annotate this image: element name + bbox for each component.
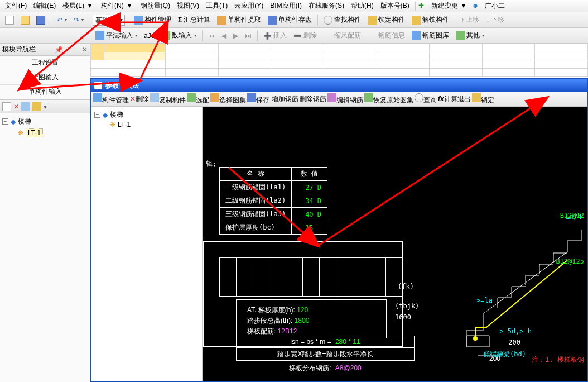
- open-file-button[interactable]: [18, 13, 32, 27]
- rebar-info-button[interactable]: 钢筋信息: [365, 28, 408, 42]
- param-row-label: 二级钢筋锚固(la2): [220, 194, 292, 208]
- collapse-icon[interactable]: −: [2, 118, 8, 125]
- search-icon: [324, 16, 332, 25]
- undo-icon: ↶: [57, 16, 62, 24]
- sum-calc-button[interactable]: Σ汇总计算: [175, 13, 213, 27]
- dropdown-icon[interactable]: ▾: [128, 2, 137, 11]
- svg-point-0: [474, 337, 477, 340]
- cad-viewport[interactable]: 辑; 名 称数 值 一级钢筋锚固(la1)27 D 二级钢筋锚固(la2)34 …: [203, 107, 587, 381]
- menu-view[interactable]: 视图(V): [174, 0, 202, 12]
- close-panel-button[interactable]: ✕: [82, 46, 88, 54]
- undo-button[interactable]: ↶▾: [54, 14, 70, 26]
- move-down-button[interactable]: ↓下移: [483, 13, 507, 27]
- toolbar-main-1: 基础层 构件管理 Σ汇总计算 单构件提取 单构件存盘 查找构件 锁定构件 解锁构…: [90, 12, 588, 28]
- param-header-name: 名 称: [220, 168, 292, 181]
- single-extract-button[interactable]: 单构件提取: [214, 13, 264, 27]
- mini-paste-icon[interactable]: [32, 102, 41, 111]
- nav-next-button[interactable]: ▶: [230, 30, 241, 42]
- tree-root[interactable]: − ◆ 楼梯: [2, 116, 88, 127]
- stair-text-block: AT. 梯板厚度(h): 120 踏步段总高(th): 1800 梯板配筋: 1…: [247, 305, 309, 337]
- ale-button[interactable]: aJe: [141, 30, 157, 42]
- win-calc-exit-button[interactable]: fx计算退出: [438, 94, 471, 104]
- gla-label: >=la: [476, 297, 493, 304]
- menu-component[interactable]: 构件(N): [98, 0, 127, 12]
- nav-project-setting[interactable]: 工程设置: [0, 56, 90, 70]
- wtree-root[interactable]: − ◆ 楼梯: [94, 110, 199, 120]
- menu-online[interactable]: 在线服务(S): [306, 0, 347, 12]
- win-choose-atlas-button[interactable]: 选择图集: [210, 93, 246, 105]
- win-edit-rebar-button[interactable]: 编辑钢筋: [327, 93, 363, 105]
- delete-icon: ➖: [293, 32, 302, 40]
- menu-bim[interactable]: BIM应用(I): [267, 0, 305, 12]
- mini-copy-icon[interactable]: [21, 102, 30, 111]
- tree-child[interactable]: ❋ LT-1: [18, 127, 88, 139]
- param-header-value: 数 值: [292, 168, 327, 181]
- param-row-value: 15: [292, 221, 327, 235]
- menu-cloud[interactable]: 云应用(Y): [232, 0, 266, 12]
- toolbar-main-2: 平法输入▾ aJe 数输入▾ ⏮ ◀ ▶ ⏭ ➕插入 ➖删除 缩尺配筋 钢筋信息…: [90, 28, 588, 44]
- scale-rebar-button[interactable]: 缩尺配筋: [321, 28, 364, 42]
- menu-help[interactable]: 帮助(H): [348, 0, 377, 12]
- nav-draw-input[interactable]: 绘图输入: [0, 70, 90, 85]
- new-file-button[interactable]: [2, 13, 17, 27]
- dropdown-icon[interactable]: ▾: [462, 2, 471, 11]
- pingfa-input-button[interactable]: 平法输入▾: [93, 28, 140, 42]
- pin-icon[interactable]: 📌: [55, 46, 63, 54]
- insert-button[interactable]: ➕插入: [261, 28, 290, 42]
- win-add-rebar-button[interactable]: 增加钢筋: [272, 94, 298, 104]
- menu-file[interactable]: 文件(F): [2, 0, 30, 12]
- left-tree: − ◆ 楼梯 ❋ LT-1: [0, 113, 90, 141]
- b120125-label: B12@125: [556, 257, 584, 265]
- mini-new-icon[interactable]: [2, 102, 11, 111]
- window-titlebar[interactable]: 参数输入法: [91, 79, 587, 92]
- menu-edit[interactable]: 编辑(E): [31, 0, 59, 12]
- menu-newchange[interactable]: 新建变更: [428, 0, 461, 12]
- dim-tbjk: (tbjk): [395, 302, 419, 310]
- param-input-window: 参数输入法 构件管理 ✕删除 复制构件 选配 选择图集 保存 增加钢筋 删除钢筋…: [90, 78, 588, 382]
- win-del-rebar-button[interactable]: 删除钢筋: [300, 94, 326, 104]
- save-file-button[interactable]: [33, 13, 48, 27]
- window-tree: − ◆ 楼梯 ❋ LT-1: [91, 107, 203, 381]
- input-method-button[interactable]: 数输入▾: [158, 28, 199, 42]
- wtree-child[interactable]: ❋ LT-1: [110, 121, 199, 128]
- mini-delete-icon[interactable]: ✕: [13, 103, 19, 111]
- rebar-lib-button[interactable]: 钢筋图库: [409, 28, 452, 42]
- grid-table[interactable]: [90, 44, 588, 77]
- win-copy-component-button[interactable]: 复制构件: [150, 93, 186, 105]
- other-button[interactable]: 其他▾: [453, 28, 487, 42]
- assistant-icon[interactable]: ☻: [472, 2, 481, 11]
- tread-formula-box: 踏步宽X踏步数=踏步段水平净长: [236, 348, 415, 361]
- find-component-button[interactable]: 查找构件: [321, 13, 364, 27]
- menu-floor[interactable]: 楼层(L): [60, 0, 87, 12]
- dim-lsn-box: lsn = bs * m = 280 * 11: [236, 336, 415, 348]
- newchange-icon[interactable]: ✚: [418, 2, 427, 11]
- single-save-button[interactable]: 单构件存盘: [265, 13, 315, 27]
- menu-rebar[interactable]: 钢筋量(Q): [138, 0, 173, 12]
- win-select-button[interactable]: 选配: [187, 93, 209, 105]
- mini-dropdown-icon[interactable]: ▾: [44, 103, 47, 111]
- param-row-value: 40 D: [292, 208, 327, 221]
- floor-select[interactable]: 基础层: [93, 15, 125, 26]
- lock-component-button[interactable]: 锁定构件: [365, 13, 408, 27]
- win-query-button[interactable]: 查询: [415, 93, 437, 105]
- move-up-button[interactable]: ↑上移: [458, 13, 482, 27]
- nav-single-input[interactable]: 单构件输入: [0, 85, 90, 99]
- collapse-icon[interactable]: −: [94, 112, 100, 118]
- win-restore-atlas-button[interactable]: 恢复原始图集: [364, 93, 413, 105]
- redo-button[interactable]: ↷▾: [71, 14, 86, 26]
- d200-label: 200: [508, 338, 520, 346]
- menu-tool[interactable]: 工具(T): [203, 0, 230, 12]
- delete-button[interactable]: ➖删除: [291, 28, 320, 42]
- menu-assistant[interactable]: 广小二: [482, 0, 508, 12]
- nav-last-button[interactable]: ⏭: [242, 30, 254, 42]
- nav-prev-button[interactable]: ◀: [219, 30, 229, 42]
- component-manager-button[interactable]: 构件管理: [131, 13, 174, 27]
- dropdown-icon[interactable]: ▾: [88, 2, 97, 11]
- unlock-component-button[interactable]: 解锁构件: [409, 13, 452, 27]
- win-delete-button[interactable]: ✕删除: [130, 94, 149, 104]
- win-save-button[interactable]: 保存: [247, 93, 269, 105]
- win-lock-button[interactable]: 锁定: [472, 93, 494, 105]
- win-component-manager-button[interactable]: 构件管理: [93, 93, 129, 105]
- menu-version[interactable]: 版本号(B): [378, 0, 412, 12]
- nav-first-button[interactable]: ⏮: [205, 30, 218, 42]
